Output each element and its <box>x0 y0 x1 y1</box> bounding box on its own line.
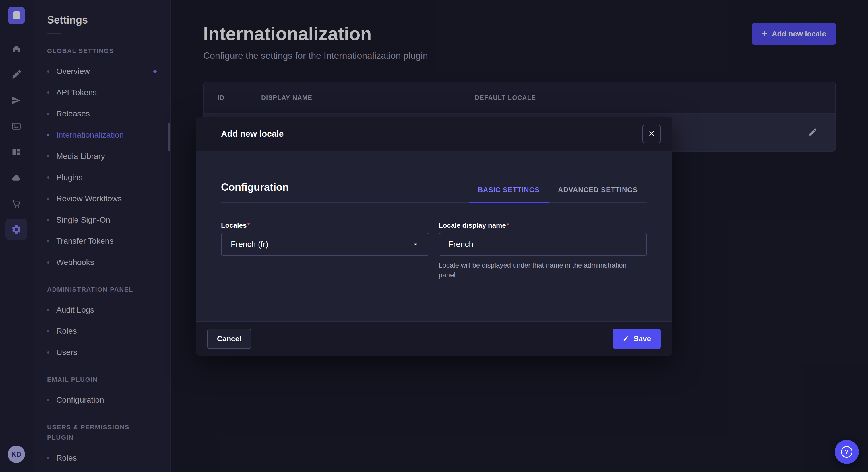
help-button[interactable] <box>835 440 859 464</box>
required-asterisk: * <box>247 222 250 229</box>
display-name-label-text: Locale display name <box>439 222 506 229</box>
configuration-header: Configuration BASIC SETTINGS ADVANCED SE… <box>221 181 647 203</box>
cancel-button[interactable]: Cancel <box>207 329 251 349</box>
check-icon <box>623 334 629 343</box>
close-icon <box>648 129 654 139</box>
chevron-down-icon <box>412 240 420 248</box>
modal-title: Add new locale <box>221 129 284 139</box>
locales-select[interactable]: French (fr) <box>221 233 429 256</box>
tab-advanced-settings[interactable]: ADVANCED SETTINGS <box>549 186 647 202</box>
help-icon <box>841 446 852 458</box>
locales-field: Locales* French (fr) <box>221 222 429 279</box>
modal-header: Add new locale <box>196 117 672 151</box>
configuration-title: Configuration <box>221 181 289 202</box>
settings-tabs: BASIC SETTINGS ADVANCED SETTINGS <box>469 186 647 202</box>
locales-label-text: Locales <box>221 222 247 229</box>
close-modal-button[interactable] <box>642 125 661 143</box>
locale-form: Locales* French (fr) Locale display name… <box>221 222 647 279</box>
save-button-label: Save <box>633 334 651 343</box>
tab-basic-settings[interactable]: BASIC SETTINGS <box>469 186 549 203</box>
display-name-hint: Locale will be displayed under that name… <box>439 260 645 279</box>
modal-body: Configuration BASIC SETTINGS ADVANCED SE… <box>196 151 672 321</box>
add-locale-modal: Add new locale Configuration BASIC SETTI… <box>196 117 672 356</box>
display-name-field: Locale display name* Locale will be disp… <box>439 222 647 279</box>
save-button[interactable]: Save <box>613 329 661 349</box>
locales-label: Locales* <box>221 222 429 229</box>
display-name-label: Locale display name* <box>439 222 647 229</box>
required-asterisk: * <box>507 222 509 229</box>
locale-display-name-input[interactable] <box>439 233 647 256</box>
locales-select-value: French (fr) <box>231 240 268 249</box>
modal-footer: Cancel Save <box>196 321 672 356</box>
